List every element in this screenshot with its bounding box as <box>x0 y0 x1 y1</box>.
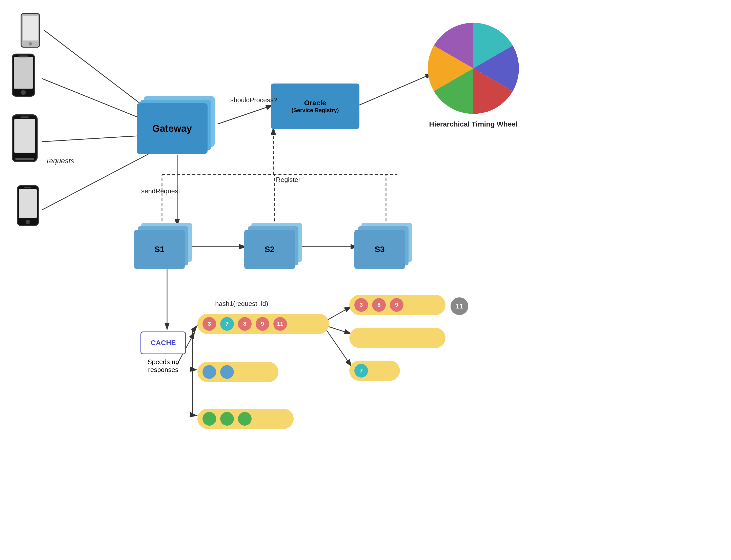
svg-point-29 <box>29 42 32 46</box>
phone-icon-4 <box>13 185 43 229</box>
phone-4 <box>13 185 43 229</box>
out-circle-3: 3 <box>354 298 368 312</box>
gateway-label: Gateway <box>152 123 192 134</box>
pie-chart <box>425 20 521 116</box>
circle-blue-2 <box>220 365 234 379</box>
phone-icon-3 <box>8 114 42 166</box>
oracle-box: Oracle (Service Registry) <box>271 84 359 129</box>
hash-row-3 <box>197 409 294 429</box>
out-circle-8: 8 <box>372 298 386 312</box>
hash-row-2 <box>197 362 278 382</box>
circle-9: 9 <box>256 317 269 331</box>
circle-8: 8 <box>238 317 252 331</box>
hash-row-1: 3 7 8 9 11 <box>197 314 329 334</box>
output-row-2 <box>349 328 445 348</box>
svg-line-26 <box>324 326 352 367</box>
circle-3: 3 <box>202 317 216 331</box>
s3-box: S3 <box>354 230 405 269</box>
svg-line-21 <box>192 325 197 331</box>
out-circle-9: 9 <box>390 298 403 312</box>
should-process-label: shouldProcess? <box>230 96 277 104</box>
arrows-svg <box>0 0 731 560</box>
svg-point-41 <box>26 220 30 224</box>
diagram-container: requests Gateway Oracle (Service Registr… <box>0 0 731 560</box>
s2-box: S2 <box>244 230 295 269</box>
gateway-stack: Gateway <box>137 96 218 157</box>
phone-1 <box>15 13 46 51</box>
gateway-box: Gateway <box>137 103 208 154</box>
output-row-1: 3 8 9 <box>349 295 445 315</box>
circle-11: 11 <box>273 317 287 331</box>
svg-rect-32 <box>19 55 28 57</box>
svg-rect-37 <box>15 158 34 160</box>
eleven-label: 11 <box>456 302 463 310</box>
svg-rect-36 <box>21 116 29 118</box>
svg-rect-28 <box>23 16 38 40</box>
cache-box: CACHE <box>140 331 186 354</box>
svg-rect-35 <box>14 119 35 153</box>
s1-box: S1 <box>134 230 185 269</box>
s3-stack: S3 <box>354 223 415 271</box>
oracle-sublabel: (Service Registry) <box>291 107 339 114</box>
svg-rect-39 <box>19 189 37 218</box>
svg-point-33 <box>21 90 26 95</box>
eleven-badge: 11 <box>451 297 468 315</box>
register-label: Register <box>276 176 300 184</box>
oracle-label: Oracle <box>304 99 326 107</box>
s1-stack: S1 <box>134 223 195 271</box>
hash-label: hash1(request_id) <box>215 300 268 308</box>
svg-rect-40 <box>24 187 31 188</box>
phone-3 <box>8 114 42 166</box>
pie-chart-svg <box>425 20 521 116</box>
svg-line-23 <box>192 415 197 416</box>
svg-line-6 <box>218 105 273 124</box>
out-circle-7: 7 <box>354 364 368 378</box>
cache-label: CACHE <box>151 339 176 347</box>
circle-green-3 <box>238 412 252 426</box>
output-row-3: 7 <box>349 361 400 381</box>
requests-label: requests <box>47 157 74 165</box>
cache-sublabel: Speeds up responses <box>132 358 195 374</box>
phone-icon-1 <box>15 13 46 51</box>
pie-chart-label: Hierarchical Timing Wheel <box>423 120 524 128</box>
circle-green-2 <box>220 412 234 426</box>
phone-icon-2 <box>5 53 42 100</box>
svg-line-7 <box>359 73 433 105</box>
circle-7: 7 <box>220 317 234 331</box>
circle-green-1 <box>202 412 216 426</box>
phone-2 <box>5 53 42 100</box>
send-request-label: sendRequest <box>141 187 180 195</box>
s2-stack: S2 <box>244 223 305 271</box>
svg-rect-31 <box>14 57 33 89</box>
circle-blue-1 <box>202 365 216 379</box>
